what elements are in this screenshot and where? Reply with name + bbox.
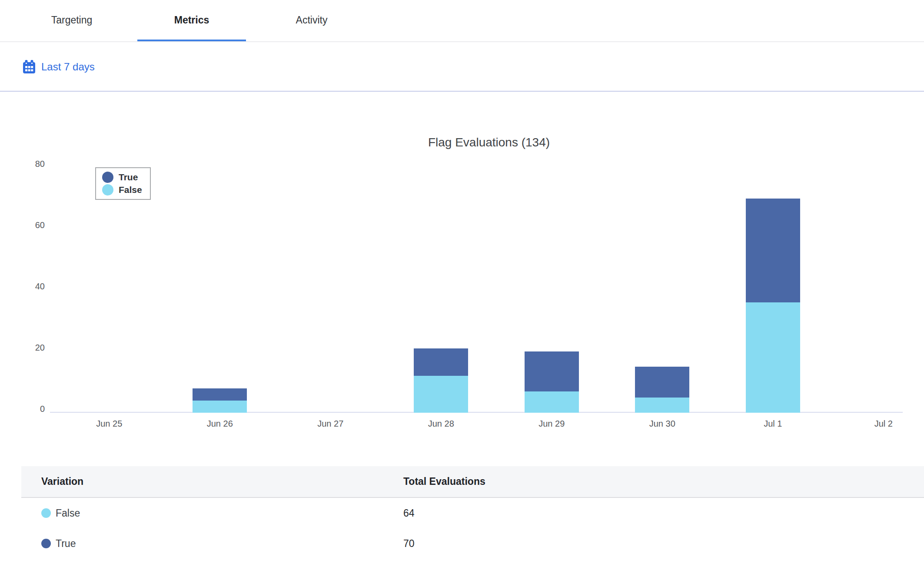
- bar-group-jun-29: Jun 29: [496, 169, 607, 413]
- x-axis-tick-label: Jun 26: [165, 419, 276, 429]
- bar-segment-true[interactable]: [635, 367, 689, 398]
- header-variation: Variation: [21, 476, 83, 487]
- bar-segment-true[interactable]: [746, 199, 800, 303]
- bar-stack[interactable]: [635, 367, 689, 413]
- y-axis-tick-label: 60: [14, 220, 45, 230]
- bar-chart-plot: Jun 25Jun 26Jun 27Jun 28Jun 29Jun 30Jul …: [54, 169, 924, 413]
- variation-table: Variation Total Evaluations False 64 Tru…: [21, 466, 924, 559]
- bar-group-jun-26: Jun 26: [165, 169, 276, 413]
- bar-group-jul-1: Jul 1: [718, 169, 828, 413]
- x-axis-tick-label: Jun 29: [496, 419, 607, 429]
- bar-stack[interactable]: [525, 351, 579, 413]
- bar-segment-true[interactable]: [414, 348, 468, 376]
- row-label: False: [56, 507, 80, 519]
- tab-bar: Targeting Metrics Activity: [0, 0, 924, 42]
- bar-stack[interactable]: [414, 348, 468, 413]
- chart-title: Flag Evaluations (134): [54, 136, 924, 149]
- bar-segment-false[interactable]: [525, 391, 579, 413]
- row-total: 70: [403, 538, 415, 550]
- variation-table-header: Variation Total Evaluations: [21, 466, 924, 498]
- table-row-false[interactable]: False 64: [21, 498, 924, 528]
- bar-stack[interactable]: [193, 388, 247, 413]
- table-row-true[interactable]: True 70: [21, 528, 924, 559]
- x-axis-tick-label: Jul 2: [828, 419, 924, 429]
- y-axis-tick-label: 20: [14, 343, 45, 353]
- x-axis-tick-label: Jun 25: [54, 419, 165, 429]
- tab-activity[interactable]: Activity: [257, 1, 366, 41]
- x-axis-tick-label: Jun 28: [386, 419, 497, 429]
- bar-segment-false[interactable]: [193, 401, 247, 413]
- filter-bar: Last 7 days: [0, 43, 924, 92]
- flag-metrics-page: Targeting Metrics Activity: [0, 0, 924, 570]
- bar-segment-true[interactable]: [525, 351, 579, 391]
- bar-segment-false[interactable]: [746, 302, 800, 413]
- y-axis-tick-label: 0: [14, 404, 45, 414]
- date-range-button[interactable]: Last 7 days: [23, 60, 95, 74]
- false-color-dot: [41, 508, 51, 518]
- bar-segment-false[interactable]: [635, 398, 689, 413]
- y-axis-tick-label: 80: [14, 159, 45, 169]
- bar-stack[interactable]: [746, 199, 800, 413]
- x-axis-tick-label: Jun 30: [607, 419, 718, 429]
- bar-group-jun-30: Jun 30: [607, 169, 718, 413]
- row-label: True: [56, 538, 76, 550]
- x-axis-tick-label: Jul 1: [718, 419, 828, 429]
- true-color-dot: [41, 539, 51, 548]
- bar-segment-true[interactable]: [193, 388, 247, 401]
- calendar-icon: [23, 60, 36, 74]
- header-total-evaluations: Total Evaluations: [403, 476, 485, 487]
- bar-group-jun-25: Jun 25: [54, 169, 165, 413]
- tab-targeting[interactable]: Targeting: [17, 1, 126, 41]
- bar-group-jul-2: Jul 2: [828, 169, 924, 413]
- bar-segment-false[interactable]: [414, 376, 468, 413]
- tab-metrics[interactable]: Metrics: [137, 1, 246, 41]
- date-range-label: Last 7 days: [41, 61, 95, 73]
- y-axis-tick-label: 40: [14, 282, 45, 292]
- row-total: 64: [403, 507, 415, 519]
- bar-group-jun-28: Jun 28: [386, 169, 497, 413]
- bar-group-jun-27: Jun 27: [275, 169, 386, 413]
- x-axis-tick-label: Jun 27: [275, 419, 386, 429]
